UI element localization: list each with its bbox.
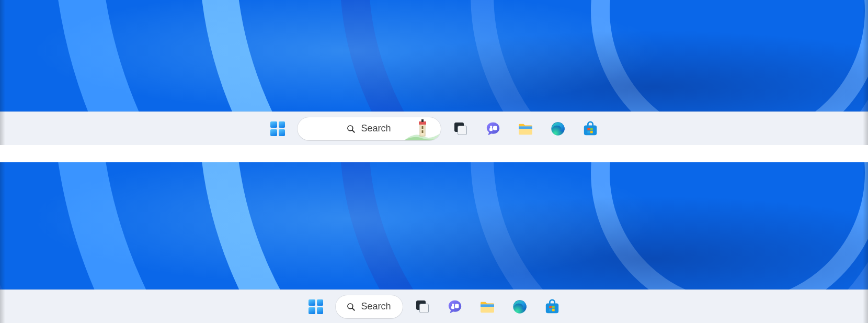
svg-line-19: [352, 308, 355, 310]
file-explorer-icon: [518, 122, 533, 136]
search-icon: [346, 124, 356, 133]
comparison-panel-searchpill: Search: [0, 162, 868, 323]
task-view-button[interactable]: [448, 116, 473, 141]
search-highlight-icon: [404, 117, 441, 140]
svg-rect-16: [587, 130, 590, 133]
svg-point-7: [490, 126, 493, 128]
edge-icon: [550, 121, 566, 137]
svg-rect-22: [451, 306, 454, 309]
svg-rect-11: [519, 126, 532, 129]
svg-rect-28: [552, 306, 555, 308]
svg-rect-17: [590, 130, 593, 133]
start-button[interactable]: [303, 294, 328, 319]
microsoft-store-icon: [544, 299, 560, 315]
svg-rect-6: [422, 130, 424, 133]
svg-rect-30: [552, 308, 555, 311]
svg-rect-8: [493, 126, 497, 130]
comparison-panel-searchbox: Search: [0, 0, 868, 145]
file-explorer-icon: [479, 300, 495, 314]
svg-rect-2: [420, 124, 425, 136]
task-view-icon: [454, 122, 467, 135]
file-explorer-button[interactable]: [513, 116, 538, 141]
store-button[interactable]: [540, 294, 565, 319]
svg-rect-4: [421, 119, 424, 122]
svg-point-20: [452, 304, 454, 306]
task-view-icon: [416, 300, 429, 313]
chat-icon: [447, 299, 463, 315]
edge-icon: [512, 299, 528, 315]
svg-rect-15: [590, 128, 593, 130]
taskbar: Search: [0, 289, 868, 323]
svg-rect-9: [489, 128, 493, 131]
windows-logo-icon: [270, 121, 285, 136]
edge-button[interactable]: [507, 294, 532, 319]
store-button[interactable]: [578, 116, 603, 141]
file-explorer-button[interactable]: [475, 294, 500, 319]
svg-rect-5: [422, 126, 424, 129]
search-placeholder: Search: [361, 301, 391, 312]
start-button[interactable]: [265, 116, 290, 141]
search-button[interactable]: Search: [336, 295, 403, 318]
chat-icon: [485, 121, 501, 137]
svg-rect-21: [455, 304, 459, 308]
task-view-button[interactable]: [410, 294, 435, 319]
search-icon: [346, 302, 356, 311]
svg-rect-29: [549, 308, 552, 311]
svg-line-1: [352, 130, 355, 132]
chat-button[interactable]: [442, 294, 467, 319]
microsoft-store-icon: [583, 121, 598, 137]
svg-rect-27: [549, 306, 552, 308]
windows-logo-icon: [309, 299, 323, 314]
taskbar: Search: [0, 112, 868, 145]
chat-button[interactable]: [481, 116, 506, 141]
search-button[interactable]: Search: [298, 117, 441, 140]
svg-rect-3: [419, 121, 426, 125]
svg-rect-14: [587, 128, 590, 130]
edge-button[interactable]: [545, 116, 570, 141]
comparison-gap: [0, 145, 868, 162]
search-placeholder: Search: [361, 123, 391, 134]
svg-rect-24: [481, 304, 494, 307]
